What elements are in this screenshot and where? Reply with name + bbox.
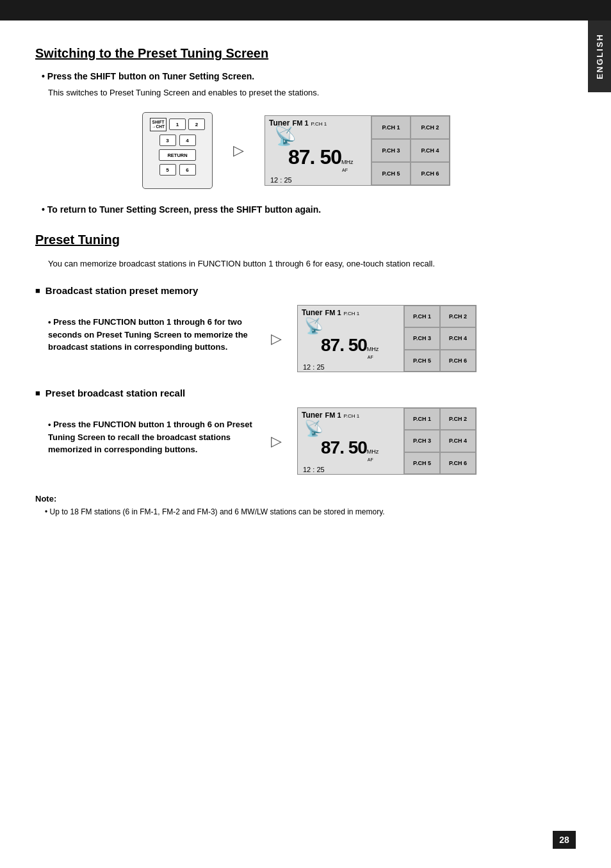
- freq-row-1: 87. 50 MHz AF: [269, 145, 368, 176]
- arrow-1: ▷: [233, 142, 244, 159]
- display-left-2: Tuner FM 1 P.CH 1 📡 87. 50 MHz AF: [298, 306, 403, 372]
- broadcast-recall-text-block: Press the FUNCTION button 1 through 6 on…: [35, 418, 253, 464]
- note-section: Note: Up to 18 FM stations (6 in FM-1, F…: [35, 494, 557, 518]
- display-left-1: Tuner FM 1 P.CH 1 📡 87. 50 MHz AF 12 : 2…: [265, 116, 371, 185]
- bullet1-description: This switches to Preset Tuning Screen an…: [48, 86, 557, 99]
- arrow-3: ▷: [271, 433, 282, 450]
- freq-unit-1: MHz: [341, 159, 354, 165]
- freq-unit-2: MHz: [367, 346, 379, 352]
- antenna-icon-2: 📡: [304, 317, 323, 335]
- broadcast-memory-bullet: Press the FUNCTION button 1 through 6 fo…: [48, 316, 253, 354]
- main-content: Switching to the Preset Tuning Screen Pr…: [0, 20, 589, 543]
- preset-tuning-description: You can memorize broadcast stations in F…: [48, 258, 557, 270]
- fm1-label-1: FM 1: [292, 119, 308, 127]
- rc-row2: 3 4: [159, 135, 196, 146]
- btn-2: 2: [188, 119, 205, 130]
- ch3-cell-1: P.CH 3: [371, 139, 411, 162]
- right-tab: ENGLISH: [588, 20, 611, 92]
- fm1-label-3: FM 1: [325, 411, 341, 419]
- display-top-row-3: Tuner FM 1 P.CH 1: [302, 411, 401, 420]
- freq-big-2: 87. 50: [321, 335, 367, 356]
- diagram-row-1: SHIFT→CHT 1 2 3 4 RETURN 5 6 ▷: [35, 112, 557, 189]
- broadcast-recall-bullet: Press the FUNCTION button 1 through 6 on…: [48, 418, 253, 456]
- freq-row-3: 87. 50 MHz AF: [302, 438, 401, 466]
- btn-6: 6: [179, 164, 196, 176]
- antenna-row-1: 📡: [269, 127, 368, 145]
- ch2-cell-2: P.CH 2: [440, 306, 476, 327]
- af-label-2: AF: [368, 355, 379, 359]
- preset-tuning-title: Preset Tuning: [35, 233, 557, 247]
- ch3-cell-2: P.CH 3: [404, 327, 440, 349]
- ch6-cell-2: P.CH 6: [440, 350, 476, 372]
- section-title: Switching to the Preset Tuning Screen: [35, 46, 557, 61]
- pch1-label-2: P.CH 1: [344, 311, 360, 316]
- antenna-icon-1: 📡: [274, 127, 297, 145]
- note-label: Note:: [35, 494, 557, 504]
- display-right-3: P.CH 1 P.CH 2 P.CH 3 P.CH 4 P.CH 5 P.CH …: [403, 408, 476, 474]
- rc-row4: 5 6: [159, 164, 196, 176]
- btn-5: 5: [159, 164, 176, 176]
- ch6-cell-1: P.CH 6: [411, 162, 450, 185]
- preset-tuning-section: Preset Tuning You can memorize broadcast…: [35, 233, 557, 475]
- af-label-1: AF: [342, 168, 354, 172]
- ch2-cell-1: P.CH 2: [411, 116, 450, 139]
- broadcast-memory-subtitle: Broadcast station preset memory: [35, 285, 557, 296]
- display-right-2: P.CH 1 P.CH 2 P.CH 3 P.CH 4 P.CH 5 P.CH …: [403, 306, 476, 372]
- ch6-cell-3: P.CH 6: [440, 452, 476, 474]
- top-bar: [0, 0, 611, 20]
- page-number: 28: [553, 831, 576, 849]
- btn-1: 1: [169, 119, 186, 130]
- ch1-cell-2: P.CH 1: [404, 306, 440, 327]
- rc-row1: SHIFT→CHT 1 2: [150, 118, 205, 132]
- ch4-cell-1: P.CH 4: [411, 139, 450, 162]
- pch1-label-3: P.CH 1: [344, 413, 360, 419]
- ch2-cell-3: P.CH 2: [440, 408, 476, 430]
- tuner-label-3: Tuner: [302, 411, 322, 420]
- freq-row-2: 87. 50 MHz AF: [302, 335, 401, 363]
- remote-control-diagram-1: SHIFT→CHT 1 2 3 4 RETURN 5 6: [142, 112, 213, 189]
- pch1-label-1: P.CH 1: [311, 121, 327, 127]
- fm1-label-2: FM 1: [325, 309, 341, 316]
- ch1-cell-3: P.CH 1: [404, 408, 440, 430]
- time-label-3: 12 : 25: [302, 466, 401, 473]
- freq-unit-3: MHz: [367, 448, 379, 455]
- broadcast-memory-diagram: ▷ Tuner FM 1 P.CH 1 📡 87. 50: [266, 305, 477, 372]
- bullet2-text: To return to Tuner Setting Screen, press…: [42, 204, 557, 215]
- antenna-row-2: 📡: [302, 317, 401, 335]
- display-right-1: P.CH 1 P.CH 2 P.CH 3 P.CH 4 P.CH 5 P.CH …: [371, 116, 450, 185]
- display-top-row-2: Tuner FM 1 P.CH 1: [302, 308, 401, 317]
- ch5-cell-3: P.CH 5: [404, 452, 440, 474]
- language-label: ENGLISH: [595, 33, 605, 79]
- display-screen-2: Tuner FM 1 P.CH 1 📡 87. 50 MHz AF: [297, 305, 477, 372]
- time-label-1: 12 : 25: [269, 176, 368, 184]
- ch4-cell-3: P.CH 4: [440, 430, 476, 452]
- diagram-pair-2: Press the FUNCTION button 1 through 6 fo…: [35, 305, 557, 372]
- antenna-icon-3: 📡: [304, 420, 323, 438]
- broadcast-recall-bullet-line: Press the FUNCTION button 1 through 6 on…: [48, 418, 253, 456]
- shift-label: SHIFT→CHT: [150, 118, 167, 132]
- display-screen-1: Tuner FM 1 P.CH 1 📡 87. 50 MHz AF 12 : 2…: [265, 115, 450, 186]
- rc-row3: RETURN: [159, 149, 196, 161]
- broadcast-memory-text-block: Press the FUNCTION button 1 through 6 fo…: [35, 316, 253, 361]
- tuner-label-2: Tuner: [302, 308, 322, 317]
- freq-big-3: 87. 50: [321, 438, 367, 458]
- broadcast-memory-bullet-line: Press the FUNCTION button 1 through 6 fo…: [48, 316, 253, 354]
- broadcast-recall-diagram: ▷ Tuner FM 1 P.CH 1 📡 87. 50: [266, 407, 477, 475]
- arrow-2: ▷: [271, 331, 282, 347]
- display-left-3: Tuner FM 1 P.CH 1 📡 87. 50 MHz AF: [298, 408, 403, 474]
- ch5-cell-1: P.CH 5: [371, 162, 411, 185]
- ch3-cell-3: P.CH 3: [404, 430, 440, 452]
- btn-3: 3: [159, 135, 176, 146]
- btn-4: 4: [179, 135, 196, 146]
- diagram-pair-3: Press the FUNCTION button 1 through 6 on…: [35, 407, 557, 475]
- note-text: Up to 18 FM stations (6 in FM-1, FM-2 an…: [45, 506, 557, 518]
- broadcast-recall-subtitle: Preset broadcast station recall: [35, 388, 557, 398]
- ch1-cell-1: P.CH 1: [371, 116, 411, 139]
- ch4-cell-2: P.CH 4: [440, 327, 476, 349]
- time-label-2: 12 : 25: [302, 363, 401, 371]
- display-screen-3: Tuner FM 1 P.CH 1 📡 87. 50 MHz AF: [297, 407, 477, 475]
- antenna-row-3: 📡: [302, 420, 401, 438]
- ch5-cell-2: P.CH 5: [404, 350, 440, 372]
- freq-big-1: 87. 50: [288, 145, 341, 169]
- af-label-3: AF: [368, 457, 379, 462]
